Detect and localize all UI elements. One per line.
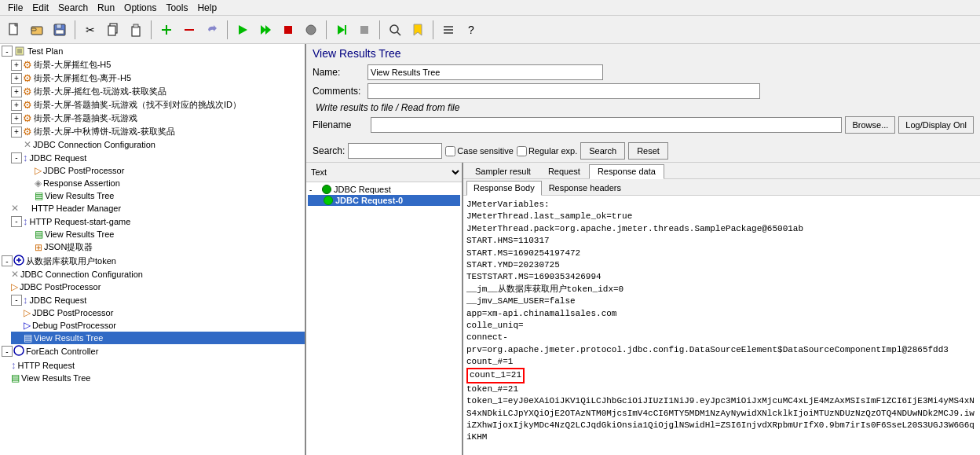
list-item[interactable]: - ↕ HTTP Request-start-game: [11, 215, 305, 228]
tree-item-label: 从数据库获取用户token: [26, 255, 116, 267]
tree-item-label: 街景-大屏摇红包-H5: [34, 59, 111, 71]
expand-icon[interactable]: -: [2, 346, 13, 357]
undo-button[interactable]: [201, 19, 223, 41]
vrt-comments-input[interactable]: [368, 83, 760, 99]
text-panel-dropdown[interactable]: Text RegExp Tester CSS/JQuery: [306, 163, 462, 182]
list-item[interactable]: ▷ Debug PostProcessor: [11, 319, 305, 332]
response-line: colle_uniq=: [466, 320, 977, 332]
save-button[interactable]: [49, 19, 71, 41]
copy-button[interactable]: [102, 19, 124, 41]
list-item[interactable]: + ⚙ 街景-大屏-摇红包-玩游戏-获取奖品: [11, 85, 305, 98]
paste-button[interactable]: [125, 19, 147, 41]
search-input[interactable]: [348, 143, 442, 159]
test-plan-icon: [13, 45, 26, 57]
response-line: START.HMS=110317: [466, 235, 977, 247]
view-results-tree-selected[interactable]: ▤ View Results Tree: [11, 332, 305, 344]
menu-tools[interactable]: Tools: [161, 1, 192, 15]
list-item[interactable]: + ⚙ 街景-大屏摇红包-H5: [11, 58, 305, 72]
list-item[interactable]: ↕ HTTP Request: [11, 358, 305, 372]
expand-icon[interactable]: -: [11, 295, 22, 306]
browse-button[interactable]: Browse...: [845, 116, 895, 134]
menubar: File Edit Search Run Options Tools Help: [0, 0, 980, 16]
list-item[interactable]: ▷ JDBC PostProcessor: [11, 164, 305, 177]
add-button[interactable]: [155, 19, 177, 41]
remove-button[interactable]: [178, 19, 200, 41]
expand-icon[interactable]: -: [2, 255, 13, 266]
list-item[interactable]: + ⚙ 街景-大屏摇红包-离开-H5: [11, 72, 305, 85]
list-item[interactable]: - ↕ JDBC Request: [11, 151, 305, 164]
start-no-pause-button[interactable]: [254, 19, 276, 41]
menu-options[interactable]: Options: [119, 1, 161, 15]
regular-exp-checkbox[interactable]: [517, 146, 527, 156]
tree-item-label: Debug PostProcessor: [32, 321, 116, 330]
vrt-filename-label: Filename: [313, 119, 368, 130]
reset-button[interactable]: Reset: [628, 142, 668, 160]
text-item-jdbc-request-0[interactable]: JDBC Request-0: [308, 195, 460, 206]
stop-button[interactable]: [277, 19, 299, 41]
left-panel[interactable]: - Test Plan + ⚙ 街景-大屏摇红包-H5 + ⚙ 街景-大屏摇红包…: [0, 44, 306, 455]
shutdown-button[interactable]: [300, 19, 322, 41]
expand-icon[interactable]: -: [11, 152, 22, 163]
bookmark-button[interactable]: [407, 19, 429, 41]
tab-response-headers[interactable]: Response headers: [542, 181, 628, 195]
remote-stop-button[interactable]: [353, 19, 375, 41]
tab-sampler-result[interactable]: Sampler result: [466, 164, 539, 178]
expand-icon[interactable]: +: [11, 73, 22, 84]
help-button[interactable]: ?: [460, 19, 482, 41]
list-item[interactable]: ▤ View Results Tree: [11, 228, 305, 240]
list-item[interactable]: ✕ JDBC Connection Configuration: [11, 138, 305, 151]
remote-run-button[interactable]: [331, 19, 353, 41]
vrt-title: View Results Tree: [313, 47, 974, 60]
list-item[interactable]: ⊞ JSON提取器: [11, 240, 305, 254]
search-tool-button[interactable]: [384, 19, 406, 41]
open-button[interactable]: [26, 19, 48, 41]
list-item[interactable]: - ↕ JDBC Request: [11, 293, 305, 306]
text-item-jdbc-request[interactable]: - JDBC Request: [308, 184, 460, 195]
list-item[interactable]: ▷ JDBC PostProcessor: [11, 281, 305, 293]
menu-run[interactable]: Run: [93, 1, 119, 15]
case-sensitive-label[interactable]: Case sensitive: [445, 146, 514, 156]
list-item[interactable]: ▤ View Results Tree: [11, 372, 305, 384]
case-sensitive-checkbox[interactable]: [445, 146, 455, 156]
tree-button[interactable]: [437, 19, 459, 41]
search-button[interactable]: Search: [580, 142, 625, 160]
response-line: JMeterThread.pack=org.apache.jmeter.thre…: [466, 223, 977, 235]
expand-icon[interactable]: +: [11, 127, 22, 138]
tree-root[interactable]: - Test Plan: [0, 44, 305, 58]
svg-rect-13: [185, 29, 194, 31]
menu-help[interactable]: Help: [192, 1, 221, 15]
regular-exp-label[interactable]: Regular exp.: [517, 146, 577, 156]
expand-icon[interactable]: -: [11, 216, 22, 227]
foreach-controller[interactable]: - ForEach Controller: [0, 344, 305, 358]
list-item[interactable]: + ⚙ 街景-大屏-答题抽奖-玩游戏（找不到对应的挑战次ID）: [11, 98, 305, 112]
list-item[interactable]: + ⚙ 街景-大屏-答题抽奖-玩游戏: [11, 112, 305, 125]
list-item[interactable]: ◈ Response Assertion: [11, 177, 305, 189]
list-item[interactable]: ▷ JDBC PostProcessor: [11, 306, 305, 319]
new-button[interactable]: [3, 19, 25, 41]
list-item[interactable]: ▤ View Results Tree: [11, 189, 305, 202]
log-display-button[interactable]: Log/Display Onl: [898, 116, 974, 134]
start-button[interactable]: [232, 19, 254, 41]
tree-controller[interactable]: - 从数据库获取用户token: [0, 254, 305, 268]
vrt-name-input[interactable]: [368, 64, 603, 80]
tab-response-data[interactable]: Response data: [589, 164, 664, 179]
expand-icon[interactable]: +: [11, 60, 22, 71]
response-content: JMeterVariables: JMeterThread.last_sampl…: [463, 196, 980, 455]
menu-file[interactable]: File: [3, 1, 27, 15]
text-item-label-sub: JDBC Request-0: [335, 196, 403, 205]
menu-edit[interactable]: Edit: [27, 1, 53, 15]
expand-icon[interactable]: +: [11, 100, 22, 111]
vrt-filename-input[interactable]: [371, 117, 842, 133]
expand-icon[interactable]: +: [11, 113, 22, 124]
tab-response-body[interactable]: Response Body: [466, 181, 542, 196]
expand-icon[interactable]: +: [11, 86, 22, 97]
expand-root-icon[interactable]: -: [2, 46, 13, 57]
tab-request[interactable]: Request: [539, 164, 589, 178]
list-item[interactable]: ✕ JDBC Connection Configuration: [11, 268, 305, 281]
text-panel: Text RegExp Tester CSS/JQuery - JDBC Req…: [306, 163, 463, 455]
list-item[interactable]: ✕ HTTP Header Manager: [11, 202, 305, 215]
menu-search[interactable]: Search: [53, 1, 93, 15]
cut-button[interactable]: ✂: [79, 19, 101, 41]
vrt-name-label: Name:: [313, 67, 368, 78]
list-item[interactable]: + ⚙ 街景-大屏-中秋博饼-玩游戏-获取奖品: [11, 125, 305, 138]
